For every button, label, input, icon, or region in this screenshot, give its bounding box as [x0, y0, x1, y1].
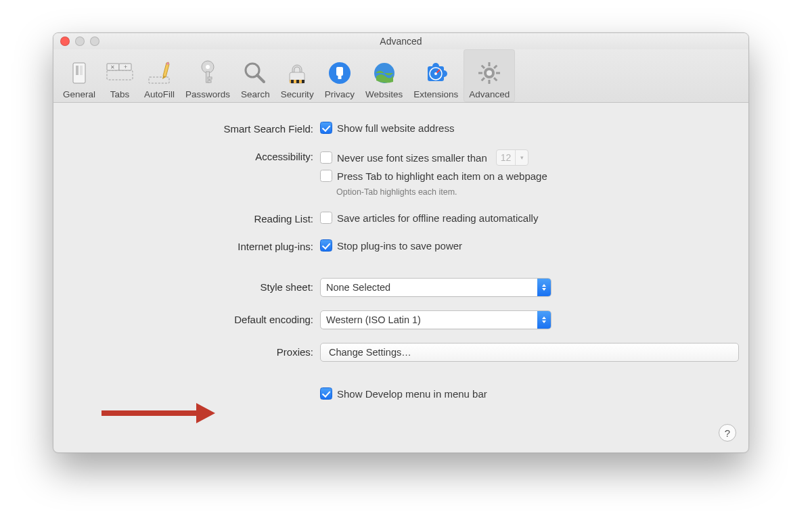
tab-extensions[interactable]: Extensions [408, 49, 464, 102]
min-font-size-checkbox[interactable]: Never use font sizes smaller than 12 ▾ [320, 149, 739, 166]
stop-plugins-checkbox[interactable]: Stop plug-ins to save power [320, 239, 739, 252]
svg-rect-39 [481, 65, 485, 69]
show-full-url-checkbox[interactable]: Show full website address [320, 122, 739, 134]
stepper-value: 12 [497, 152, 516, 163]
advanced-icon [477, 60, 501, 87]
checkbox-icon [320, 170, 332, 182]
change-settings-button[interactable]: Change Settings… [320, 343, 739, 362]
tab-privacy[interactable]: Privacy [319, 49, 360, 102]
show-develop-menu-checkbox[interactable]: Show Develop menu in menu bar [320, 387, 739, 400]
websites-icon [373, 60, 396, 87]
preferences-window: Advanced General ✕+ Tabs AutoFill Passwo… [53, 32, 749, 453]
stylesheet-label: Style sheet: [63, 278, 320, 293]
accessibility-label: Accessibility: [63, 149, 320, 162]
checkbox-label: Show Develop menu in menu bar [337, 388, 487, 400]
checkbox-label: Save articles for offline reading automa… [337, 212, 538, 224]
press-tab-checkbox[interactable]: Press Tab to highlight each item on a we… [320, 170, 739, 182]
checkbox-label: Never use font sizes smaller than [337, 152, 487, 164]
general-icon [70, 60, 89, 87]
tab-label: Extensions [413, 89, 458, 99]
tab-label: Advanced [469, 89, 510, 99]
checkbox-icon [320, 387, 332, 400]
titlebar: Advanced [53, 33, 748, 49]
updown-arrows-icon [537, 311, 551, 329]
chevron-down-icon: ▾ [515, 150, 528, 165]
encoding-popup[interactable]: Western (ISO Latin 1) [320, 310, 551, 329]
checkbox-label: Press Tab to highlight each item on a we… [337, 170, 547, 182]
svg-rect-38 [481, 77, 485, 81]
svg-rect-36 [496, 72, 500, 74]
tab-websites[interactable]: Websites [360, 49, 408, 102]
tabs-icon: ✕+ [106, 60, 133, 87]
security-icon [287, 60, 307, 87]
svg-rect-37 [493, 65, 497, 69]
tab-label: AutoFill [144, 89, 175, 99]
svg-point-30 [434, 72, 437, 75]
checkbox-label: Show full website address [337, 122, 454, 134]
privacy-icon [328, 60, 351, 87]
svg-rect-33 [489, 62, 491, 66]
svg-rect-12 [208, 77, 212, 79]
help-icon: ? [725, 427, 730, 439]
save-offline-checkbox[interactable]: Save articles for offline reading automa… [320, 212, 739, 224]
svg-text:+: + [124, 64, 127, 70]
tab-label: Passwords [185, 89, 230, 99]
reading-list-label: Reading List: [63, 212, 320, 224]
svg-rect-35 [478, 72, 482, 74]
popup-value: Western (ISO Latin 1) [321, 311, 537, 329]
checkbox-label: Stop plug-ins to save power [337, 240, 462, 252]
plugins-label: Internet plug-ins: [63, 239, 320, 252]
tab-label: General [63, 89, 95, 99]
svg-point-10 [206, 65, 210, 69]
tab-advanced[interactable]: Advanced [464, 49, 515, 102]
passwords-icon [199, 60, 217, 87]
svg-line-15 [257, 75, 264, 82]
checkbox-icon [320, 151, 332, 164]
svg-rect-13 [208, 80, 211, 82]
svg-rect-1 [76, 66, 78, 75]
checkbox-icon [320, 212, 332, 224]
tab-autofill[interactable]: AutoFill [139, 49, 180, 102]
svg-text:✕: ✕ [110, 64, 115, 70]
popup-value: None Selected [321, 279, 537, 296]
svg-rect-2 [80, 66, 83, 75]
svg-rect-19 [296, 80, 299, 83]
min-font-size-stepper[interactable]: 12 ▾ [496, 149, 529, 166]
tab-label: Search [241, 89, 270, 99]
search-icon [243, 60, 267, 87]
svg-rect-0 [73, 63, 85, 83]
help-button[interactable]: ? [719, 424, 736, 442]
extensions-icon [424, 60, 448, 87]
svg-rect-20 [302, 80, 304, 83]
stylesheet-popup[interactable]: None Selected [320, 278, 551, 297]
svg-rect-8 [149, 77, 169, 83]
preferences-toolbar: General ✕+ Tabs AutoFill Passwords Searc… [53, 49, 748, 103]
tab-passwords[interactable]: Passwords [180, 49, 235, 102]
tab-label: Privacy [325, 89, 355, 99]
tab-search[interactable]: Search [235, 49, 275, 102]
encoding-label: Default encoding: [63, 310, 320, 325]
updown-arrows-icon [537, 279, 551, 296]
checkbox-icon [320, 122, 332, 134]
tab-label: Security [281, 89, 314, 99]
tab-tabs[interactable]: ✕+ Tabs [101, 49, 139, 102]
tab-label: Tabs [110, 89, 130, 99]
tab-label: Websites [365, 89, 403, 99]
accessibility-hint: Option-Tab highlights each item. [336, 187, 739, 197]
svg-rect-23 [338, 76, 341, 79]
tab-security[interactable]: Security [275, 49, 319, 102]
svg-rect-40 [493, 77, 497, 81]
autofill-icon [148, 60, 171, 87]
svg-point-32 [487, 70, 492, 76]
svg-rect-18 [291, 80, 294, 83]
content-area: Smart Search Field: Show full website ad… [53, 103, 748, 452]
button-label: Change Settings… [329, 347, 411, 358]
svg-rect-34 [489, 80, 491, 84]
checkbox-icon [320, 239, 332, 252]
smart-search-label: Smart Search Field: [63, 122, 320, 135]
window-title: Advanced [53, 36, 748, 47]
svg-rect-22 [336, 67, 343, 76]
tab-general[interactable]: General [58, 49, 101, 102]
proxies-label: Proxies: [63, 343, 320, 358]
svg-rect-3 [107, 70, 133, 80]
